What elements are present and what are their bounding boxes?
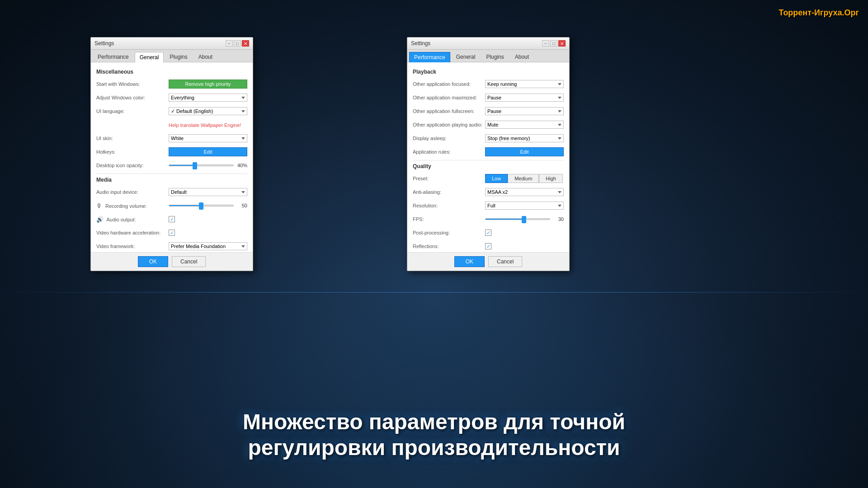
dialog-general: Settings − □ ✕ Performance General Plugi… [90,37,253,271]
tab-general-2[interactable]: General [451,52,481,62]
translate-link: Help translate Wallpaper Engine! [169,122,247,128]
dialog1-close[interactable]: ✕ [242,40,249,47]
recording-volume-row: 🎙 Recording volume: 50 [96,200,247,211]
tab-performance-1[interactable]: Performance [93,52,134,62]
preset-label: Preset: [413,176,485,181]
post-processing-row: Post-processing: [413,227,564,238]
dialog2-ok-btn[interactable]: OK [454,256,485,267]
desktop-opacity-fill [169,165,195,166]
dialog1-title: Settings [94,40,114,47]
bottom-text-line1: Множество параметров для точной [0,409,868,435]
fps-value: 30 [553,216,564,222]
dialog2-tabs: Performance General Plugins About [407,50,569,62]
dialog1-maximize[interactable]: □ [234,40,241,47]
dialog2-titlebar: Settings − □ ✕ [407,38,569,50]
video-framework-row: Video framework: Prefer Media Foundation [96,241,247,252]
desktop-opacity-row: Desktop icon opacity: 40% [96,160,247,171]
reflections-checkbox[interactable] [485,243,491,249]
tab-performance-2[interactable]: Performance [409,52,450,62]
start-windows-control: Remove high priority [169,80,247,89]
anti-aliasing-control: MSAA x2 [485,188,564,196]
app-focused-control: Keep running [485,80,564,88]
dialog1-footer: OK Cancel [91,252,253,271]
dialog2-maximize[interactable]: □ [550,40,557,47]
post-processing-label: Post-processing: [413,230,485,235]
recording-thumb[interactable] [199,202,203,210]
app-maximized-select[interactable]: Pause [485,94,564,102]
fps-track [485,218,550,220]
resolution-row: Resolution: Full [413,200,564,211]
dialog2-cancel-btn[interactable]: Cancel [488,256,522,267]
desktop-opacity-control: 40% [169,163,247,168]
video-framework-select[interactable]: Prefer Media Foundation [169,242,247,250]
audio-output-row: 🔊 Audio output: [96,214,247,225]
video-framework-control: Prefer Media Foundation [169,242,247,250]
bottom-text-line2: регулировки производительности [0,435,868,461]
tab-about-2[interactable]: About [510,52,534,62]
app-fullscreen-label: Other application fullscreen: [413,108,485,114]
dialog2-controls: − □ ✕ [542,40,566,47]
desktop-opacity-label: Desktop icon opacity: [96,163,169,168]
post-processing-checkbox[interactable] [485,230,491,236]
recording-volume-control: 50 [169,203,247,208]
desktop-opacity-thumb[interactable] [193,162,197,169]
anti-aliasing-select[interactable]: MSAA x2 [485,188,564,196]
ui-skin-row: UI skin: White [96,133,247,144]
app-audio-label: Other application playing audio: [413,122,485,127]
dialog1-controls: − □ ✕ [226,40,249,47]
hotkeys-edit-btn[interactable]: Edit [169,147,247,156]
misc-section-title: Miscellaneous [96,69,247,75]
ui-skin-select[interactable]: White [169,134,247,142]
preset-control: Low Medium High [485,174,564,183]
app-focused-label: Other application focused: [413,81,485,87]
preset-low-btn[interactable]: Low [485,174,508,183]
tab-plugins-2[interactable]: Plugins [481,52,509,62]
app-fullscreen-control: Pause [485,107,564,115]
preset-medium-btn[interactable]: Medium [508,174,539,183]
app-rules-edit-btn[interactable]: Edit [485,147,564,156]
adjust-color-label: Adjust Windows color: [96,95,169,100]
tab-about-1[interactable]: About [193,52,217,62]
resolution-select[interactable]: Full [485,202,564,210]
divider2 [413,160,564,160]
reflections-control [485,243,564,249]
app-fullscreen-row: Other application fullscreen: Pause [413,106,564,117]
dialog1-cancel-btn[interactable]: Cancel [172,256,206,267]
dialog1-minimize[interactable]: − [226,40,233,47]
fps-row: FPS: 30 [413,214,564,225]
reflections-label: Reflections: [413,244,485,249]
anti-aliasing-row: Anti-aliasing: MSAA x2 [413,187,564,197]
fps-thumb[interactable] [522,216,526,223]
dialog2-minimize[interactable]: − [542,40,549,47]
tab-general-1[interactable]: General [135,52,164,62]
display-asleep-select[interactable]: Stop (free memory) [485,134,564,142]
dialog2-close[interactable]: ✕ [558,40,566,47]
remove-high-priority-btn[interactable]: Remove high priority [169,80,247,89]
app-maximized-label: Other application maximized: [413,95,485,100]
reflections-row: Reflections: [413,241,564,252]
audio-output-checkbox[interactable] [169,216,175,222]
fps-control: 30 [485,216,564,222]
hotkeys-label: Hotkeys: [96,149,169,155]
desktop-opacity-slider-container: 40% [169,163,247,168]
app-maximized-row: Other application maximized: Pause [413,92,564,103]
audio-input-select[interactable]: Default [169,188,247,196]
app-focused-select[interactable]: Keep running [485,80,564,88]
app-fullscreen-select[interactable]: Pause [485,107,564,115]
video-hw-checkbox[interactable] [169,230,175,236]
app-audio-select[interactable]: Mute [485,121,564,129]
tab-plugins-1[interactable]: Plugins [165,52,192,62]
hotkeys-control: Edit [169,147,247,156]
video-hw-row: Video hardware acceleration: [96,227,247,238]
dialog1-ok-btn[interactable]: OK [138,256,168,267]
desktop-opacity-value: 40% [236,163,247,168]
audio-input-control: Default [169,188,247,196]
resolution-label: Resolution: [413,203,485,208]
preset-high-btn[interactable]: High [539,174,563,183]
translate-link-text[interactable]: Help translate Wallpaper Engine! [169,122,241,128]
audio-output-control [169,216,247,222]
hotkeys-row: Hotkeys: Edit [96,146,247,157]
ui-language-select[interactable]: ✓ Default (English) [169,107,247,115]
quality-section-title: Quality [413,163,564,169]
adjust-color-select[interactable]: Everything [169,94,247,102]
